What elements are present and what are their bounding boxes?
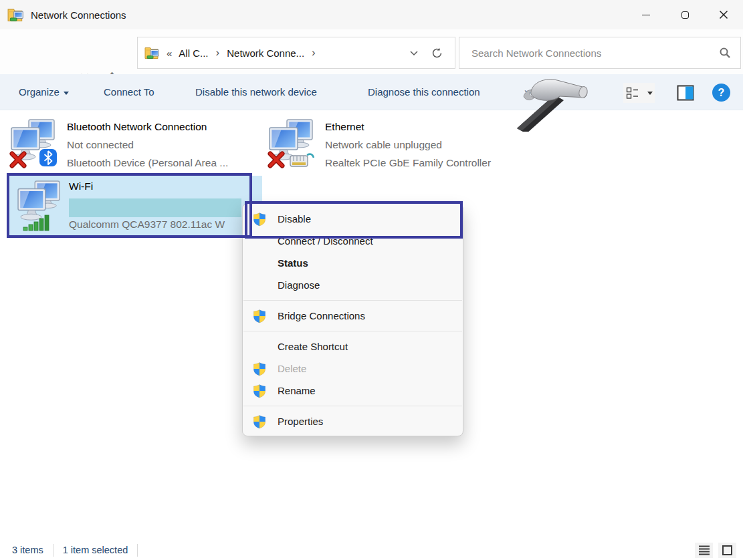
adapter-status: Network cable unplugged <box>325 136 491 154</box>
dropdown-caret-icon <box>647 92 653 95</box>
menu-item-rename[interactable]: Rename <box>243 380 463 402</box>
details-view-button[interactable] <box>695 543 713 558</box>
breadcrumb-separator-icon[interactable]: › <box>216 46 220 59</box>
dropdown-caret-icon <box>64 92 69 95</box>
context-menu: Disable Connect / Disconnect Status Diag… <box>242 203 463 436</box>
uac-shield-icon <box>252 362 267 376</box>
adapter-wifi[interactable]: Wi-Fi Qualcomm QCA9377 802.11ac W <box>9 176 262 235</box>
adapter-ethernet[interactable]: Ethernet Network cable unplugged Realtek… <box>268 118 491 172</box>
icons-view-button[interactable] <box>718 543 736 558</box>
navigation-bar: ← → ↑ « All C... › Network Conne... › <box>0 29 743 74</box>
uac-shield-icon <box>252 384 267 398</box>
address-dropdown-button[interactable] <box>403 50 425 56</box>
adapter-name: Bluetooth Network Connection <box>67 118 228 136</box>
disconnected-x-icon <box>268 151 285 168</box>
menu-item-properties[interactable]: Properties <box>243 410 463 432</box>
breadcrumb-collapse-chevron[interactable]: « <box>167 47 172 59</box>
change-view-button[interactable] <box>623 83 655 103</box>
question-mark-icon: ? <box>718 87 725 99</box>
adapter-name: Ethernet <box>325 118 491 136</box>
uac-shield-icon <box>252 212 267 227</box>
adapter-name: Wi-Fi <box>69 180 93 192</box>
status-divider <box>53 544 54 557</box>
bluetooth-badge-icon <box>39 148 58 167</box>
menu-item-create-shortcut[interactable]: Create Shortcut <box>243 335 463 358</box>
minimize-button[interactable] <box>627 0 665 29</box>
refresh-button[interactable] <box>425 47 448 59</box>
maximize-icon <box>681 11 689 19</box>
status-bar: 3 items 1 item selected <box>0 540 743 560</box>
signal-bars-icon <box>23 214 51 231</box>
redacted-ssid-block <box>69 198 241 217</box>
help-button[interactable]: ? <box>712 84 730 102</box>
title-bar: Network Connections <box>0 0 743 29</box>
list-view-icon <box>626 86 639 100</box>
chevron-down-icon <box>409 50 419 56</box>
diagnose-connection-button[interactable]: Diagnose this connection <box>368 74 480 110</box>
selection-count: 1 item selected <box>63 545 128 555</box>
preview-pane-button[interactable] <box>677 85 694 101</box>
uac-shield-icon <box>252 414 267 429</box>
adapter-device: Bluetooth Device (Personal Area ... <box>67 154 228 172</box>
menu-item-status[interactable]: Status <box>243 252 463 274</box>
ethernet-adapter-icon <box>268 118 317 170</box>
menu-item-disable[interactable]: Disable <box>243 208 463 230</box>
menu-item-label: Rename <box>278 385 316 396</box>
details-view-icon <box>698 545 710 555</box>
network-folder-icon <box>144 45 161 60</box>
ethernet-plug-icon <box>289 150 314 170</box>
minimize-icon <box>642 15 650 15</box>
search-input[interactable] <box>471 47 719 59</box>
menu-item-label: Connect / Disconnect <box>278 235 373 247</box>
connect-to-button[interactable]: Connect To <box>104 74 154 110</box>
more-commands-chevron[interactable]: » <box>524 74 530 110</box>
adapter-device: Realtek PCIe GbE Family Controller <box>325 154 491 172</box>
address-bar[interactable]: « All C... › Network Conne... › <box>137 37 455 69</box>
network-connections-window: Network Connections ← → ↑ « All C... › N… <box>0 0 743 560</box>
menu-item-label: Create Shortcut <box>278 341 348 352</box>
menu-separator <box>243 406 462 406</box>
uac-shield-icon <box>252 309 267 323</box>
menu-item-bridge-connections[interactable]: Bridge Connections <box>243 305 463 327</box>
menu-item-label: Properties <box>278 416 323 427</box>
window-title: Network Connections <box>31 9 126 21</box>
organize-menu-button[interactable]: Organize <box>19 74 69 110</box>
maximize-button[interactable] <box>665 0 704 29</box>
status-divider <box>137 544 138 557</box>
preview-pane-icon <box>677 85 694 101</box>
menu-item-delete[interactable]: Delete <box>243 358 463 380</box>
menu-item-label: Disable <box>278 213 311 225</box>
icons-view-icon <box>722 545 732 555</box>
search-icon[interactable] <box>719 47 731 59</box>
menu-item-label: Status <box>278 257 308 269</box>
menu-item-label: Bridge Connections <box>278 310 365 321</box>
bluetooth-adapter-icon <box>9 118 59 170</box>
refresh-icon <box>431 47 443 59</box>
items-count: 3 items <box>12 545 43 555</box>
adapter-bluetooth[interactable]: Bluetooth Network Connection Not connect… <box>9 118 228 172</box>
breadcrumb-all-control-panel[interactable]: All C... <box>179 47 208 59</box>
menu-separator <box>243 331 462 331</box>
breadcrumb-separator-icon[interactable]: › <box>312 46 316 59</box>
menu-item-connect-disconnect[interactable]: Connect / Disconnect <box>243 230 463 252</box>
disconnected-x-icon <box>9 151 27 168</box>
menu-item-diagnose[interactable]: Diagnose <box>243 274 463 296</box>
disable-device-button[interactable]: Disable this network device <box>195 74 317 110</box>
adapter-status: Not connected <box>67 136 228 154</box>
menu-item-label: Delete <box>278 363 306 374</box>
breadcrumb-network-connections[interactable]: Network Conne... <box>227 47 304 59</box>
network-folder-icon <box>7 7 25 23</box>
close-icon <box>719 10 728 19</box>
menu-separator <box>243 300 462 301</box>
close-button[interactable] <box>704 0 743 29</box>
wifi-adapter-icon <box>16 179 63 233</box>
search-box[interactable] <box>459 37 741 69</box>
menu-item-label: Diagnose <box>278 279 320 291</box>
adapter-device: Qualcomm QCA9377 802.11ac W <box>69 219 241 231</box>
